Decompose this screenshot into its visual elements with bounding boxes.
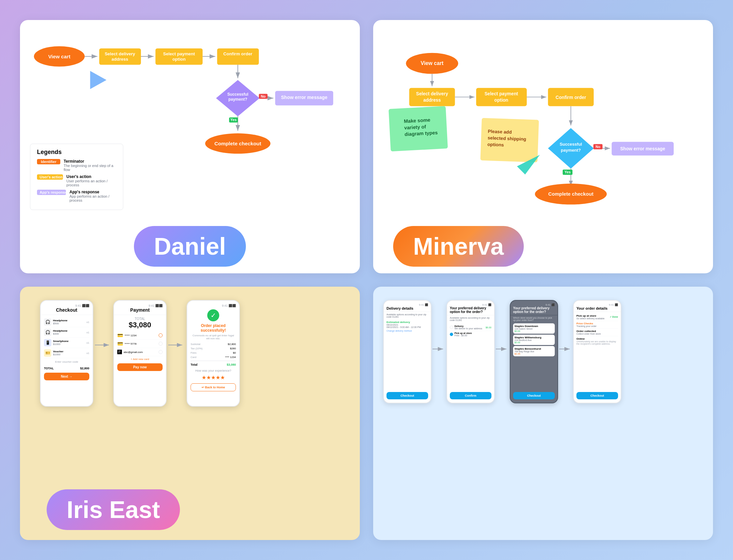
svg-text:Yes: Yes xyxy=(230,118,237,122)
top-left-quadrant: View cart Select delivery address Select… xyxy=(20,20,360,273)
svg-text:Select delivery: Select delivery xyxy=(105,51,135,56)
payment-card-1: 💳 ***** 1234 xyxy=(117,331,163,340)
svg-text:Select delivery: Select delivery xyxy=(416,91,448,96)
checkout-item-2: 🎧 Headphone $300 x1 xyxy=(44,327,89,338)
svg-text:Confirm order: Confirm order xyxy=(556,95,586,100)
phone-payment: 9:41 ⬛⬛ Payment TOTAL $3,080 💳 ***** 123… xyxy=(113,300,167,407)
checkout-item-1: 🎧 Headphone $500 x1 xyxy=(44,317,89,327)
legend-user-title: User's action xyxy=(66,174,116,179)
svg-text:Successful: Successful xyxy=(227,92,248,97)
svg-text:payment?: payment? xyxy=(561,148,581,153)
legend-title: Legends xyxy=(37,149,116,156)
svg-rect-32 xyxy=(409,88,455,106)
svg-marker-28 xyxy=(90,71,107,89)
svg-text:Select payment: Select payment xyxy=(163,51,195,56)
payment-card-2: 💳 ***** 5778 xyxy=(117,340,163,348)
svg-text:address: address xyxy=(112,57,128,62)
phone-delivery: 9:41 ⬛ Delivery details Available option… xyxy=(383,300,431,403)
svg-text:option: option xyxy=(494,98,508,103)
checkout-next-btn[interactable]: Next → xyxy=(44,373,89,380)
legend-badge-identifier: Identifier xyxy=(37,159,60,164)
svg-rect-36 xyxy=(476,88,527,106)
svg-text:variety of: variety of xyxy=(404,124,426,130)
checkout-title: Checkout xyxy=(41,307,93,315)
svg-text:Confirm order: Confirm order xyxy=(223,51,252,56)
legend-app-desc: App performs an action / process xyxy=(69,194,116,202)
phone-order-details: 9:41 ⬛ Your order details Pick up at sto… xyxy=(573,300,621,403)
legend-box: Legends Identifier Terminator The beginn… xyxy=(30,144,123,210)
svg-rect-12 xyxy=(217,48,259,65)
top-right-quadrant: View cart Select delivery address Select… xyxy=(373,20,713,273)
svg-text:Show error message: Show error message xyxy=(281,95,327,100)
svg-text:No: No xyxy=(595,145,600,149)
payment-paypal: 🅿 abc@gmail.com xyxy=(117,348,163,356)
store-option-1: Staples Downtown 123 Salem Street $0.00 xyxy=(513,323,555,334)
pay-now-btn[interactable]: Pay now xyxy=(117,363,163,371)
phone-delivery-option: 9:41 ⬛ Your preferred delivery option fo… xyxy=(446,300,495,403)
svg-text:Successful: Successful xyxy=(560,142,582,147)
svg-text:Yes: Yes xyxy=(564,170,571,174)
phone-order-placed: 9:41 ⬛⬛ ✓ Order placed successfully! Com… xyxy=(187,300,240,407)
order-detail-checkout-btn[interactable]: Checkout xyxy=(576,392,618,399)
svg-text:Select payment: Select payment xyxy=(484,91,518,96)
legend-item-user: User's action User's action User perform… xyxy=(37,174,116,187)
svg-text:No: No xyxy=(261,94,266,98)
flowchart-tr: View cart Select delivery address Select… xyxy=(380,27,706,224)
legend-user-desc: User performs an action / process xyxy=(66,179,116,187)
delivery-opt-1: Delivery We deliver to your address $6.0… xyxy=(450,324,491,331)
legend-app-title: App's response xyxy=(69,190,116,194)
iris-east-label: Iris East xyxy=(47,489,180,530)
svg-text:Complete checkout: Complete checkout xyxy=(548,191,594,197)
svg-text:option: option xyxy=(172,57,186,62)
svg-text:payment?: payment? xyxy=(228,97,247,102)
svg-text:address: address xyxy=(423,98,441,103)
phone-store-select: 9:41 ⬛ Your preferred delivery option fo… xyxy=(510,300,558,403)
svg-text:Complete checkout: Complete checkout xyxy=(214,141,261,146)
legend-identifier-title: Terminator xyxy=(64,159,116,164)
delivery-checkout-btn[interactable]: Checkout xyxy=(386,392,428,399)
daniel-label: Daniel xyxy=(134,226,246,267)
minerva-label: Minerva xyxy=(393,226,524,267)
svg-text:options: options xyxy=(487,142,504,148)
back-home-btn[interactable]: ↩ Back to Home xyxy=(191,383,236,391)
legend-badge-app: App's response xyxy=(37,190,66,195)
legend-item-app: App's response App's response App perfor… xyxy=(37,190,116,202)
fc-view-cart-tr: View cart xyxy=(421,60,444,66)
store-checkout-btn[interactable]: Checkout xyxy=(513,392,555,399)
fc-view-cart-tl: View cart xyxy=(48,54,71,59)
svg-text:Please add: Please add xyxy=(488,129,512,135)
add-new-card[interactable]: + Add new card xyxy=(117,356,163,362)
legend-identifier-desc: The beginning or end step of a flow xyxy=(64,164,116,172)
phone-checkout: 9:41 ⬛⬛ Checkout 🎧 Headphone $500 x1 🎧 H… xyxy=(40,300,93,407)
checkout-item-4: 🎫 Voucher $1000 x1 xyxy=(44,348,89,358)
legend-item-identifier: Identifier Terminator The beginning or e… xyxy=(37,159,116,172)
store-option-3: Staples Bensonhurst 765 Bay Ridge Ave $0… xyxy=(513,346,555,356)
checkout-item-3: 📱 Smartphone $1000 x1 xyxy=(44,338,89,348)
legend-badge-user: User's action xyxy=(37,174,63,180)
delivery-opt-2: Pick up at store Free - $0.00 xyxy=(450,331,491,338)
svg-text:Show error message: Show error message xyxy=(620,146,665,151)
store-option-2: Staples Williamsburg 224 Bedford Ave $0.… xyxy=(513,335,555,345)
bottom-left-quadrant: 9:41 ⬛⬛ Checkout 🎧 Headphone $500 x1 🎧 H… xyxy=(20,287,360,540)
delivery-confirm-btn[interactable]: Confirm xyxy=(450,392,491,399)
bottom-right-quadrant: 9:41 ⬛ Delivery details Available option… xyxy=(373,287,713,540)
